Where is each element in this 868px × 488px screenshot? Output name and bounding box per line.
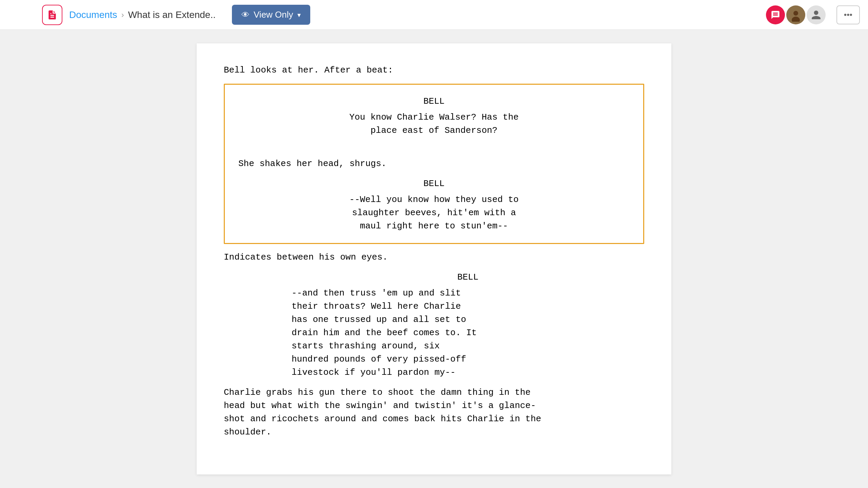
long-action-charlie: Charlie grabs his gun there to shoot the… [224,386,644,439]
topbar: Documents › What is an Extende.. 👁 View … [0,0,868,30]
character-bell-2: BELL [238,177,630,190]
second-dialogue-line7: livestock if you'll pardon my-- [292,366,644,379]
main-content: Bell looks at her. After a beat: BELL Yo… [0,30,868,488]
character-bell-1: BELL [238,95,630,108]
breadcrumb-current-doc: What is an Extende.. [128,9,216,20]
long-action-line4: shoulder. [224,426,644,439]
dialogue-slaughter-line1: --Well you know how they used to [238,193,630,206]
second-dialogue-line5: starts thrashing around, six [292,340,644,353]
svg-point-3 [793,11,798,16]
action-indicates-eyes: Indicates between his own eyes. [224,251,644,264]
view-only-label: View Only [254,9,293,20]
doc-icon-button[interactable] [42,5,62,25]
long-action-line3: shot and ricochets around and comes back… [224,412,644,426]
document-icon [47,9,58,20]
script-content: Bell looks at her. After a beat: BELL Yo… [224,64,644,439]
breadcrumb-separator: › [121,10,124,20]
second-dialogue-line6: hundred pounds of very pissed-off [292,353,644,366]
character-bell-3: BELL [292,271,644,284]
document-area: Bell looks at her. After a beat: BELL Yo… [197,43,671,474]
action-line-bell-looks: Bell looks at her. After a beat: [224,64,644,77]
view-only-button[interactable]: 👁 View Only ▾ [232,5,310,25]
second-dialogue-line2: their throats? Well here Charlie [292,300,644,313]
dialogue-slaughter-line2: slaughter beeves, hit'em with a [238,206,630,220]
dialogue-charlie-walser-line2: place east of Sanderson? [238,124,630,137]
second-dialogue-section: BELL --and then truss 'em up and slit th… [224,271,644,379]
topbar-content: Documents › What is an Extende.. 👁 View … [42,5,860,25]
action-text-indicates: Indicates between his own eyes. [224,252,388,262]
chevron-down-icon: ▾ [297,11,301,19]
eye-icon: 👁 [241,10,250,20]
avatar-user2[interactable] [786,5,805,24]
bell-second-speech: BELL --and then truss 'em up and slit th… [224,271,644,379]
long-action-line1: Charlie grabs his gun there to shoot the… [224,386,644,399]
second-dialogue-line4: drain him and the beef comes to. It [292,326,644,340]
breadcrumb-documents-link[interactable]: Documents [69,9,117,20]
avatar-group [766,5,826,24]
more-options-button[interactable]: ••• [836,5,860,24]
chat-icon [771,10,780,20]
action-text-bell-looks: Bell looks at her. After a beat: [224,65,393,75]
dialogue-charlie-walser-line1: You know Charlie Walser? Has the [238,111,630,124]
highlighted-dialogue-block: BELL You know Charlie Walser? Has the pl… [224,84,644,244]
user-icon [811,9,822,20]
avatar-user1[interactable] [766,5,785,24]
avatar-user3[interactable] [807,5,826,24]
person-icon [789,8,803,22]
second-dialogue-line3: has one trussed up and all set to [292,313,644,326]
long-action-line2: head but what with the swingin' and twis… [224,399,644,412]
topbar-right: ••• [766,5,860,24]
dialogue-slaughter-line3: maul right here to stun'em-- [238,220,630,233]
second-dialogue-line1: --and then truss 'em up and slit [292,287,644,300]
breadcrumb: Documents › What is an Extende.. [69,9,216,20]
action-shakes-head: She shakes her head, shrugs. [238,157,630,170]
